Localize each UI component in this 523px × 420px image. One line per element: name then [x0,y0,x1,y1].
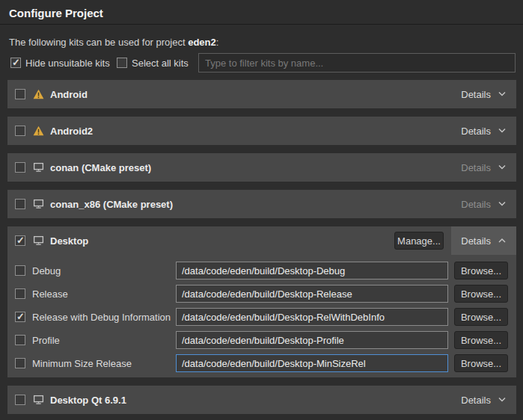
desktop-icon [33,162,44,173]
chevron-down-icon [498,397,507,403]
kit-checkbox[interactable] [15,199,25,209]
config-checkbox[interactable] [15,312,25,322]
kit-details-toggle[interactable]: Details [451,153,516,182]
details-label[interactable]: Details [461,89,491,100]
intro-text: The following kits can be used for proje… [9,37,218,48]
kit-name: Desktop Qt 6.9.1 [50,395,126,406]
warning-icon [33,89,44,99]
manage-kits-button[interactable]: Manage... [394,232,444,250]
intro-prefix: The following kits can be used for proje… [9,37,188,48]
warning-icon [33,126,44,136]
config-checkbox[interactable] [15,265,25,276]
kit-row-header[interactable]: conan_x86 (CMake preset) [7,190,516,218]
hide-unsuitable-kits-label[interactable]: Hide unsuitable kits [25,58,110,69]
details-label[interactable]: Details [461,199,491,210]
kit-row-conan-x86[interactable]: conan_x86 (CMake preset) Details [7,190,516,218]
desktop-icon [33,395,44,405]
config-label: Minimum Size Release [32,358,132,369]
chevron-down-icon [498,128,507,134]
kit-details-toggle[interactable]: Details [451,386,516,414]
build-config-row-profile: Profile Browse... [7,331,516,349]
kit-checkbox[interactable] [15,126,25,136]
details-label[interactable]: Details [461,235,491,247]
kit-name: Android2 [50,126,93,137]
chevron-down-icon [498,164,507,170]
browse-button[interactable]: Browse... [454,285,508,303]
details-label[interactable]: Details [461,395,491,406]
kit-checkbox[interactable] [15,162,25,173]
browse-button[interactable]: Browse... [454,308,508,326]
kit-name: conan (CMake preset) [50,162,151,173]
chevron-down-icon [498,201,507,207]
desktop-icon [33,235,44,246]
build-config-row-debug: Debug Browse... [7,262,516,280]
kit-row-header[interactable]: Android [7,80,516,108]
details-label[interactable]: Details [461,162,491,173]
checkbox-icon[interactable] [117,58,127,68]
kit-row-header[interactable]: conan (CMake preset) [7,153,516,182]
config-label: Release [32,288,68,300]
build-config-row-relwithdebinfo: Release with Debug Information Browse... [7,308,516,326]
kit-checkbox[interactable] [15,235,25,246]
title-separator [0,24,523,25]
browse-button[interactable]: Browse... [454,354,508,372]
kit-details-toggle[interactable]: Details [451,190,516,218]
kit-checkbox[interactable] [15,395,25,405]
kit-name: conan_x86 (CMake preset) [50,199,173,210]
config-label: Profile [32,335,60,346]
kit-row-header[interactable]: Desktop Qt 6.9.1 [7,386,516,414]
kit-row-android[interactable]: Android Details [7,80,516,108]
kit-details-toggle[interactable]: Details [451,226,516,255]
build-path-input[interactable] [176,354,448,372]
desktop-icon [33,199,44,209]
intro-suffix: : [216,37,219,48]
config-label: Debug [32,265,61,277]
build-path-input[interactable] [176,262,448,280]
kit-name: Android [50,89,88,100]
hide-unsuitable-kits-checkbox[interactable]: Hide unsuitable kits [10,57,110,69]
chevron-down-icon [498,91,507,97]
kit-row-conan[interactable]: conan (CMake preset) Details [7,153,516,182]
build-path-input[interactable] [176,308,448,326]
select-all-kits-checkbox[interactable]: Select all kits [117,57,189,69]
checkbox-icon[interactable] [10,58,21,68]
browse-button[interactable]: Browse... [454,262,508,280]
details-label[interactable]: Details [461,126,491,137]
config-checkbox[interactable] [15,335,25,345]
build-path-input[interactable] [176,285,448,303]
kit-details-toggle[interactable]: Details [451,117,516,145]
build-path-input[interactable] [176,331,448,349]
config-checkbox[interactable] [15,358,25,368]
kit-row-header[interactable]: Android2 [7,117,516,145]
kit-name: Desktop [50,235,88,247]
kit-checkbox[interactable] [15,89,25,99]
build-config-row-minsizerel: Minimum Size Release Browse... [7,354,516,372]
project-name: eden2 [188,37,216,48]
kit-row-desktop-qt[interactable]: Desktop Qt 6.9.1 Details [7,386,516,414]
select-all-kits-label[interactable]: Select all kits [132,58,189,69]
config-label: Release with Debug Information [32,312,171,323]
config-checkbox[interactable] [15,288,25,299]
browse-button[interactable]: Browse... [454,331,508,349]
kit-row-android2[interactable]: Android2 Details [7,117,516,145]
chevron-up-icon [498,238,507,244]
page-title: Configure Project [9,7,103,19]
kit-filter-input[interactable] [198,53,516,72]
kit-details-toggle[interactable]: Details [451,80,516,108]
kit-row-desktop-expanded: Desktop Manage... Details Debug Browse..… [7,226,516,377]
build-config-row-release: Release Browse... [7,285,516,303]
